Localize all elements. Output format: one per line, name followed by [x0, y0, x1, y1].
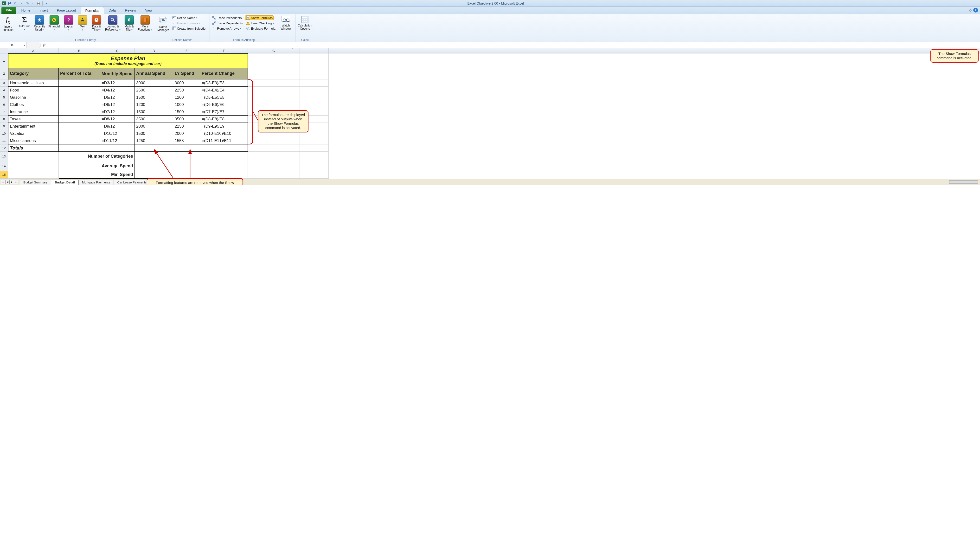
cell-A14[interactable] [8, 161, 59, 171]
tab-insert[interactable]: Insert [35, 7, 52, 14]
cell-F15[interactable] [200, 171, 248, 179]
cell-D10[interactable]: 1500 [135, 130, 173, 137]
cell-A7[interactable]: Insurance [8, 108, 59, 116]
cell-D5[interactable]: 1500 [135, 94, 173, 101]
num-categories-label[interactable]: Number of Categories [59, 152, 135, 161]
cell-B12[interactable] [59, 144, 100, 152]
cell-A5[interactable]: Gasoline [8, 94, 59, 101]
name-manager-button[interactable]: Name Manager [157, 15, 170, 32]
cell-A3[interactable]: Household Utilities [8, 79, 59, 87]
minimize-ribbon-icon[interactable]: ◇ [969, 8, 972, 12]
totals-label-cell[interactable]: Totals [8, 144, 59, 152]
col-header-D[interactable]: D [135, 48, 173, 53]
cell-H2[interactable] [300, 68, 329, 79]
cell-B9[interactable] [59, 123, 100, 130]
row-header-5[interactable]: 5 [0, 94, 8, 101]
redo-dropdown[interactable]: ▾ [30, 1, 35, 6]
cell-G3[interactable] [248, 79, 300, 87]
cell-E12[interactable] [173, 144, 200, 152]
cell-E6[interactable]: 1000 [173, 101, 200, 108]
cell-F8[interactable]: =(D8-E8)/E8 [200, 116, 248, 123]
average-spend-label[interactable]: Average Spend [59, 161, 135, 171]
min-spend-label[interactable]: Min Spend [59, 171, 135, 179]
evaluate-formula-button[interactable]: fx Evaluate Formula [245, 26, 276, 31]
col-header-H[interactable] [300, 48, 329, 53]
cell-D14[interactable] [135, 161, 173, 171]
header-ly-spend[interactable]: LY Spend [173, 68, 200, 79]
cell-D3[interactable]: 3000 [135, 79, 173, 87]
cell-C12[interactable] [100, 144, 135, 152]
cell-F6[interactable]: =(D6-E6)/E6 [200, 101, 248, 108]
qat-customize-dropdown[interactable]: ▾ [44, 1, 49, 6]
cell-C7[interactable]: =D7/12 [100, 108, 135, 116]
header-percent-of-total[interactable]: Percent of Total [59, 68, 100, 79]
cell-H11[interactable] [300, 137, 329, 144]
math-trig-button[interactable]: θ Math & Trig ▾ [123, 15, 135, 32]
insert-function-button[interactable]: fx Insert Function [2, 15, 15, 32]
cell-G15[interactable] [248, 171, 300, 179]
create-from-selection-button[interactable]: Create from Selection [171, 26, 208, 31]
tab-file[interactable]: File [2, 7, 16, 14]
tab-data[interactable]: Data [104, 7, 120, 14]
cell-E3[interactable]: 3000 [173, 79, 200, 87]
cell-F12[interactable] [200, 144, 248, 152]
cell-B5[interactable] [59, 94, 100, 101]
undo-dropdown[interactable]: ▾ [19, 1, 23, 6]
cell-F9[interactable]: =(D9-E9)/E9 [200, 123, 248, 130]
cell-D4[interactable]: 2500 [135, 87, 173, 94]
cell-C4[interactable]: =D4/12 [100, 87, 135, 94]
save-button[interactable] [7, 1, 12, 6]
col-header-G[interactable]: G [248, 48, 300, 53]
cell-A6[interactable]: Clothes [8, 101, 59, 108]
cell-E10[interactable]: 2000 [173, 130, 200, 137]
cell-H15[interactable] [300, 171, 329, 179]
cell-F11[interactable]: =(D11-E11)/E11 [200, 137, 248, 144]
cell-H1[interactable] [300, 53, 329, 68]
header-percent-change[interactable]: Percent Change [200, 68, 248, 79]
text-button[interactable]: A Text▾ [76, 15, 89, 32]
header-annual-spend[interactable]: Annual Spend [135, 68, 173, 79]
sheet-tab-budget-detail[interactable]: Budget Detail [51, 180, 78, 185]
lookup-reference-button[interactable]: Lookup & Reference ▾ [104, 15, 122, 32]
cell-E9[interactable]: 2250 [173, 123, 200, 130]
autosum-button[interactable]: Σ AutoSum▾ [18, 15, 31, 32]
title-cell[interactable]: Expense Plan (Does not include mortgage … [8, 53, 248, 68]
cell-C8[interactable]: =D8/12 [100, 116, 135, 123]
cell-B6[interactable] [59, 101, 100, 108]
col-header-B[interactable]: B [59, 48, 100, 53]
row-header-13[interactable]: 13 [0, 152, 8, 161]
cell-H14[interactable] [300, 161, 329, 171]
help-icon[interactable]: ? [973, 8, 978, 13]
tab-page-layout[interactable]: Page Layout [53, 7, 80, 14]
more-functions-button[interactable]: More Functions ▾ [137, 15, 153, 32]
cell-E11[interactable]: 1558 [173, 137, 200, 144]
sheet-tab-mortgage-payments[interactable]: Mortgage Payments [78, 180, 114, 185]
cell-G1[interactable] [248, 53, 300, 68]
cell-D12[interactable] [135, 144, 173, 152]
cell-G5[interactable] [248, 94, 300, 101]
remove-arrows-button[interactable]: Remove Arrows ▾ [211, 26, 242, 31]
logical-button[interactable]: ? Logical▾ [62, 15, 75, 32]
cell-B10[interactable] [59, 130, 100, 137]
cell-B11[interactable] [59, 137, 100, 144]
row-header-8[interactable]: 8 [0, 116, 8, 123]
cell-C6[interactable]: =D6/12 [100, 101, 135, 108]
cell-H4[interactable] [300, 87, 329, 94]
row-header-4[interactable]: 4 [0, 87, 8, 94]
date-time-button[interactable]: Date & Time ▾ [90, 15, 103, 32]
cell-A11[interactable]: Miscellaneous [8, 137, 59, 144]
row-header-9[interactable]: 9 [0, 123, 8, 130]
cell-F3[interactable]: =(D3-E3)/E3 [200, 79, 248, 87]
sheet-nav-next[interactable]: ▶ [10, 180, 14, 184]
row-header-7[interactable]: 7 [0, 108, 8, 116]
row-header-1[interactable]: 1 [0, 53, 8, 68]
cell-A13[interactable] [8, 152, 59, 161]
trace-dependents-button[interactable]: Trace Dependents [211, 21, 244, 25]
cell-F13[interactable] [200, 152, 248, 161]
define-name-button[interactable]: Define Name ▾ [171, 15, 198, 20]
cell-E7[interactable]: 1500 [173, 108, 200, 116]
recently-used-button[interactable]: ★ Recently Used ▾ [33, 15, 46, 32]
col-header-C[interactable]: C [100, 48, 135, 53]
cell-H13[interactable] [300, 152, 329, 161]
cell-A10[interactable]: Vacation [8, 130, 59, 137]
